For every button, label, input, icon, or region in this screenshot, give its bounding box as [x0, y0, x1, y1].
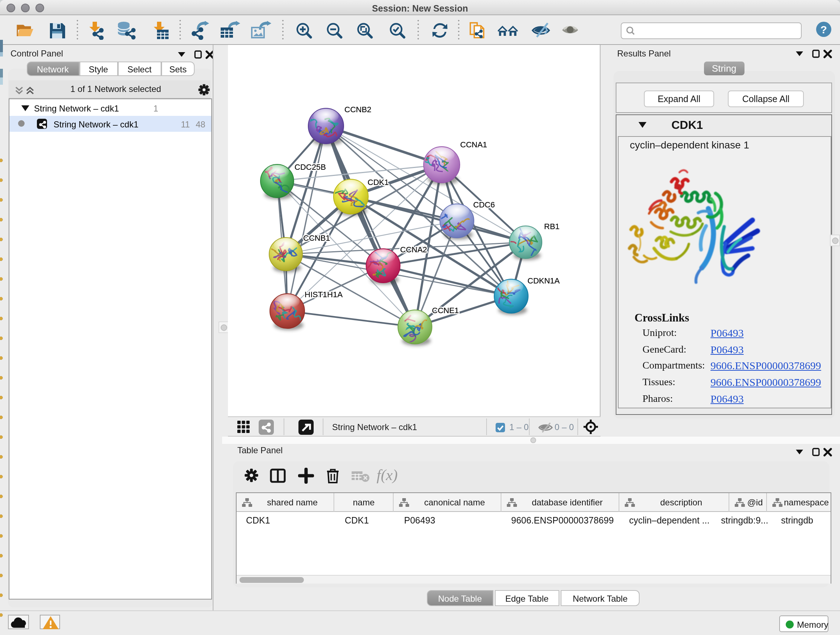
svg-text:RB1: RB1: [544, 222, 560, 231]
svg-text:CCNB1: CCNB1: [303, 233, 330, 242]
svg-text:CDC25B: CDC25B: [294, 163, 326, 172]
svg-text:CCNB2: CCNB2: [344, 105, 371, 114]
svg-text:HIST1H1A: HIST1H1A: [305, 290, 343, 299]
svg-text:CCNE1: CCNE1: [432, 306, 459, 315]
svg-text:CDK1: CDK1: [368, 178, 389, 187]
svg-text:CCNA2: CCNA2: [400, 245, 427, 254]
svg-text:CDKN1A: CDKN1A: [527, 276, 560, 285]
svg-text:CCNA1: CCNA1: [460, 140, 487, 149]
svg-text:CDC6: CDC6: [473, 200, 495, 209]
